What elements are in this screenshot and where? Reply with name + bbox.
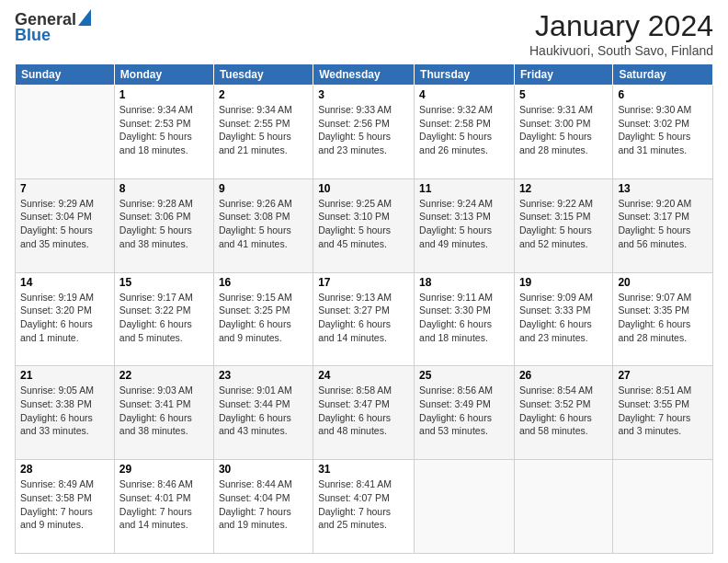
day-number: 16 bbox=[219, 276, 308, 289]
day-number: 10 bbox=[318, 182, 409, 195]
calendar-cell: 26Sunrise: 8:54 AMSunset: 3:52 PMDayligh… bbox=[514, 366, 612, 460]
calendar-header-thursday: Thursday bbox=[415, 64, 515, 86]
calendar-cell: 28Sunrise: 8:49 AMSunset: 3:58 PMDayligh… bbox=[16, 460, 115, 554]
day-info: Sunrise: 9:34 AMSunset: 2:53 PMDaylight:… bbox=[119, 103, 209, 157]
calendar-week-row: 21Sunrise: 9:05 AMSunset: 3:38 PMDayligh… bbox=[16, 366, 713, 460]
day-info: Sunrise: 9:31 AMSunset: 3:00 PMDaylight:… bbox=[519, 103, 608, 157]
day-info: Sunrise: 9:13 AMSunset: 3:27 PMDaylight:… bbox=[318, 291, 409, 345]
day-number: 22 bbox=[119, 369, 209, 382]
day-info: Sunrise: 9:11 AMSunset: 3:30 PMDaylight:… bbox=[419, 291, 509, 345]
day-info: Sunrise: 9:01 AMSunset: 3:44 PMDaylight:… bbox=[219, 384, 308, 438]
calendar-cell: 23Sunrise: 9:01 AMSunset: 3:44 PMDayligh… bbox=[213, 366, 313, 460]
calendar-cell: 31Sunrise: 8:41 AMSunset: 4:07 PMDayligh… bbox=[313, 460, 415, 554]
calendar-cell: 24Sunrise: 8:58 AMSunset: 3:47 PMDayligh… bbox=[313, 366, 415, 460]
day-number: 25 bbox=[419, 369, 509, 382]
day-info: Sunrise: 9:19 AMSunset: 3:20 PMDaylight:… bbox=[20, 291, 109, 345]
calendar-header-sunday: Sunday bbox=[16, 64, 115, 86]
svg-marker-0 bbox=[78, 9, 91, 26]
calendar-cell: 6Sunrise: 9:30 AMSunset: 3:02 PMDaylight… bbox=[613, 86, 713, 179]
day-info: Sunrise: 9:25 AMSunset: 3:10 PMDaylight:… bbox=[318, 197, 409, 251]
day-info: Sunrise: 9:03 AMSunset: 3:41 PMDaylight:… bbox=[119, 384, 209, 438]
day-info: Sunrise: 8:46 AMSunset: 4:01 PMDaylight:… bbox=[119, 477, 209, 532]
calendar-cell: 5Sunrise: 9:31 AMSunset: 3:00 PMDaylight… bbox=[514, 86, 612, 179]
day-info: Sunrise: 9:24 AMSunset: 3:13 PMDaylight:… bbox=[419, 197, 509, 251]
day-info: Sunrise: 8:58 AMSunset: 3:47 PMDaylight:… bbox=[318, 384, 409, 438]
day-number: 12 bbox=[519, 182, 608, 195]
day-number: 18 bbox=[419, 276, 509, 289]
calendar-cell: 20Sunrise: 9:07 AMSunset: 3:35 PMDayligh… bbox=[613, 272, 713, 366]
day-info: Sunrise: 8:54 AMSunset: 3:52 PMDaylight:… bbox=[519, 384, 608, 438]
day-number: 28 bbox=[20, 463, 109, 476]
calendar-header-tuesday: Tuesday bbox=[213, 64, 313, 86]
calendar-week-row: 14Sunrise: 9:19 AMSunset: 3:20 PMDayligh… bbox=[16, 272, 713, 366]
calendar-cell: 7Sunrise: 9:29 AMSunset: 3:04 PMDaylight… bbox=[16, 178, 115, 272]
calendar-header-friday: Friday bbox=[514, 64, 612, 86]
calendar-header-monday: Monday bbox=[114, 64, 213, 86]
calendar-week-row: 7Sunrise: 9:29 AMSunset: 3:04 PMDaylight… bbox=[16, 178, 713, 272]
calendar-cell: 8Sunrise: 9:28 AMSunset: 3:06 PMDaylight… bbox=[114, 178, 213, 272]
day-info: Sunrise: 8:56 AMSunset: 3:49 PMDaylight:… bbox=[419, 384, 509, 438]
title-block: January 2024 Haukivuori, South Savo, Fin… bbox=[529, 9, 713, 58]
day-info: Sunrise: 9:33 AMSunset: 2:56 PMDaylight:… bbox=[318, 103, 409, 157]
day-info: Sunrise: 9:28 AMSunset: 3:06 PMDaylight:… bbox=[119, 197, 209, 251]
day-number: 29 bbox=[119, 463, 209, 476]
day-info: Sunrise: 9:32 AMSunset: 2:58 PMDaylight:… bbox=[419, 103, 509, 157]
day-number: 17 bbox=[318, 276, 409, 289]
month-title: January 2024 bbox=[529, 9, 713, 43]
calendar-header-wednesday: Wednesday bbox=[313, 64, 415, 86]
day-info: Sunrise: 8:44 AMSunset: 4:04 PMDaylight:… bbox=[219, 477, 308, 532]
day-info: Sunrise: 9:26 AMSunset: 3:08 PMDaylight:… bbox=[219, 197, 308, 251]
calendar-cell: 13Sunrise: 9:20 AMSunset: 3:17 PMDayligh… bbox=[613, 178, 713, 272]
day-number: 31 bbox=[318, 463, 409, 476]
day-info: Sunrise: 9:07 AMSunset: 3:35 PMDaylight:… bbox=[618, 291, 708, 345]
day-number: 3 bbox=[318, 88, 409, 101]
location: Haukivuori, South Savo, Finland bbox=[529, 43, 713, 58]
header: General Blue January 2024 Haukivuori, So… bbox=[15, 9, 713, 58]
day-number: 14 bbox=[20, 276, 109, 289]
day-number: 26 bbox=[519, 369, 608, 382]
day-info: Sunrise: 9:17 AMSunset: 3:22 PMDaylight:… bbox=[119, 291, 209, 345]
calendar-cell: 25Sunrise: 8:56 AMSunset: 3:49 PMDayligh… bbox=[415, 366, 515, 460]
calendar-cell: 9Sunrise: 9:26 AMSunset: 3:08 PMDaylight… bbox=[213, 178, 313, 272]
day-info: Sunrise: 9:05 AMSunset: 3:38 PMDaylight:… bbox=[20, 384, 109, 438]
day-info: Sunrise: 9:22 AMSunset: 3:15 PMDaylight:… bbox=[519, 197, 608, 251]
calendar-cell: 17Sunrise: 9:13 AMSunset: 3:27 PMDayligh… bbox=[313, 272, 415, 366]
day-number: 20 bbox=[618, 276, 708, 289]
calendar-cell: 10Sunrise: 9:25 AMSunset: 3:10 PMDayligh… bbox=[313, 178, 415, 272]
day-number: 19 bbox=[519, 276, 608, 289]
day-number: 30 bbox=[219, 463, 308, 476]
calendar-cell: 27Sunrise: 8:51 AMSunset: 3:55 PMDayligh… bbox=[613, 366, 713, 460]
day-info: Sunrise: 9:29 AMSunset: 3:04 PMDaylight:… bbox=[20, 197, 109, 251]
calendar-cell: 18Sunrise: 9:11 AMSunset: 3:30 PMDayligh… bbox=[415, 272, 515, 366]
calendar-cell bbox=[613, 460, 713, 554]
calendar-cell: 2Sunrise: 9:34 AMSunset: 2:55 PMDaylight… bbox=[213, 86, 313, 179]
day-number: 24 bbox=[318, 369, 409, 382]
calendar-cell bbox=[16, 86, 115, 179]
logo: General Blue bbox=[15, 9, 91, 45]
calendar-cell: 15Sunrise: 9:17 AMSunset: 3:22 PMDayligh… bbox=[114, 272, 213, 366]
day-number: 27 bbox=[618, 369, 708, 382]
logo-triangle-icon bbox=[78, 9, 91, 29]
day-number: 9 bbox=[219, 182, 308, 195]
day-number: 7 bbox=[20, 182, 109, 195]
calendar-cell: 22Sunrise: 9:03 AMSunset: 3:41 PMDayligh… bbox=[114, 366, 213, 460]
day-number: 1 bbox=[119, 88, 209, 101]
day-number: 6 bbox=[618, 88, 708, 101]
day-info: Sunrise: 9:30 AMSunset: 3:02 PMDaylight:… bbox=[618, 103, 708, 157]
day-number: 21 bbox=[20, 369, 109, 382]
day-number: 23 bbox=[219, 369, 308, 382]
day-info: Sunrise: 9:34 AMSunset: 2:55 PMDaylight:… bbox=[219, 103, 308, 157]
calendar-cell: 19Sunrise: 9:09 AMSunset: 3:33 PMDayligh… bbox=[514, 272, 612, 366]
day-info: Sunrise: 9:20 AMSunset: 3:17 PMDaylight:… bbox=[618, 197, 708, 251]
day-info: Sunrise: 8:49 AMSunset: 3:58 PMDaylight:… bbox=[20, 477, 109, 532]
day-number: 11 bbox=[419, 182, 509, 195]
day-number: 15 bbox=[119, 276, 209, 289]
calendar-week-row: 28Sunrise: 8:49 AMSunset: 3:58 PMDayligh… bbox=[16, 460, 713, 554]
day-number: 2 bbox=[219, 88, 308, 101]
calendar-cell bbox=[514, 460, 612, 554]
calendar-cell: 11Sunrise: 9:24 AMSunset: 3:13 PMDayligh… bbox=[415, 178, 515, 272]
day-number: 13 bbox=[618, 182, 708, 195]
day-info: Sunrise: 9:09 AMSunset: 3:33 PMDaylight:… bbox=[519, 291, 608, 345]
day-info: Sunrise: 8:51 AMSunset: 3:55 PMDaylight:… bbox=[618, 384, 708, 438]
calendar-cell bbox=[415, 460, 515, 554]
